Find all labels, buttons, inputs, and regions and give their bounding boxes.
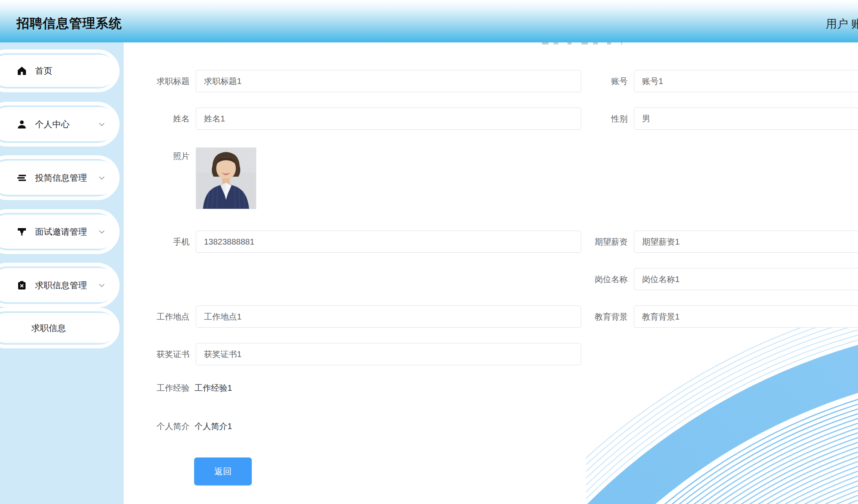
profile-value: 个人简介1: [195, 420, 232, 432]
clipboard-x-icon: [16, 280, 27, 291]
expected-salary-input[interactable]: [634, 231, 858, 253]
sidebar-item-resume-info[interactable]: 投简信息管理: [0, 161, 117, 195]
app-header: 招聘信息管理系统 用户 账: [0, 0, 858, 42]
chevron-down-icon: [98, 282, 105, 288]
app-title: 招聘信息管理系统: [16, 15, 122, 32]
sidebar-item-personal-center[interactable]: 个人中心: [0, 107, 117, 141]
field-label-work-location: 工作地点: [124, 306, 190, 328]
sidebar-nav: 首页 个人中心 投简信息管理: [0, 42, 124, 504]
sidebar-item-label: 个人中心: [35, 119, 70, 130]
applicant-photo: [196, 147, 256, 209]
name-input[interactable]: [196, 107, 581, 130]
chevron-down-icon: [98, 175, 105, 181]
job-title-input[interactable]: [196, 70, 581, 92]
field-label-phone: 手机: [124, 231, 190, 253]
field-label-job-name: 岗位名称: [544, 268, 628, 290]
field-label-expected-salary: 期望薪资: [544, 231, 628, 253]
phone-input[interactable]: [196, 231, 581, 253]
sidebar-item-label: 求职信息管理: [35, 280, 87, 291]
sidebar-item-home[interactable]: 首页: [0, 55, 117, 87]
job-name-input[interactable]: [634, 268, 858, 290]
education-input[interactable]: [634, 306, 858, 328]
field-label-work-experience: 工作经验: [124, 382, 190, 394]
field-label-job-title: 求职标题: [124, 70, 190, 92]
chevron-down-icon: [98, 121, 105, 127]
sidebar-item-label: 投简信息管理: [35, 172, 87, 184]
board-icon: [16, 226, 27, 237]
list-icon: [16, 173, 27, 183]
main-content: 求职标题 账号 姓名 性别 照片: [124, 42, 858, 504]
sidebar-subitem-jobseek-info[interactable]: 求职信息: [0, 313, 117, 343]
work-location-input[interactable]: [196, 306, 581, 328]
awards-input[interactable]: [196, 343, 581, 365]
field-label-account: 账号: [544, 70, 628, 92]
header-user-label[interactable]: 用户 账: [826, 16, 858, 31]
sidebar-item-label: 面试邀请管理: [35, 226, 87, 238]
field-label-photo: 照片: [124, 140, 190, 162]
home-icon: [16, 65, 27, 76]
sidebar-item-interview-invite[interactable]: 面试邀请管理: [0, 215, 117, 249]
work-experience-value: 工作经验1: [195, 382, 232, 394]
chevron-down-icon: [98, 229, 105, 235]
field-label-name: 姓名: [124, 107, 190, 130]
sidebar-item-jobseek-info-mgmt[interactable]: 求职信息管理: [0, 268, 117, 302]
sidebar-item-label: 首页: [35, 65, 52, 77]
gender-input[interactable]: [634, 107, 858, 130]
sidebar-subitem-label: 求职信息: [31, 322, 66, 334]
field-label-profile: 个人简介: [124, 420, 190, 432]
portrait-image: [196, 148, 256, 209]
field-label-education: 教育背景: [544, 306, 628, 328]
account-input[interactable]: [634, 70, 858, 92]
user-icon: [16, 119, 27, 130]
back-button[interactable]: 返回: [194, 457, 252, 485]
page: { "header": { "title": "招聘信息管理系统", "user…: [0, 0, 858, 504]
field-label-awards: 获奖证书: [124, 343, 190, 365]
field-label-gender: 性别: [544, 107, 628, 130]
